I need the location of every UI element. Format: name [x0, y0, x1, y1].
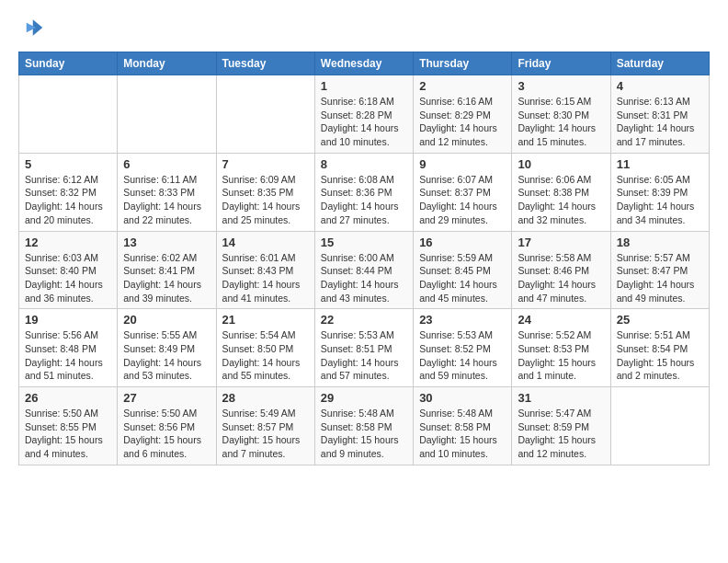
day-info: Sunrise: 6:15 AMSunset: 8:30 PMDaylight:…: [518, 95, 604, 149]
calendar-cell: 29Sunrise: 5:48 AMSunset: 8:58 PMDayligh…: [314, 387, 413, 465]
day-number: 19: [25, 313, 111, 327]
calendar-cell: 31Sunrise: 5:47 AMSunset: 8:59 PMDayligh…: [512, 387, 610, 465]
logo: [18, 15, 48, 40]
day-number: 24: [518, 313, 604, 327]
day-number: 17: [518, 236, 604, 249]
day-info: Sunrise: 5:50 AMSunset: 8:55 PMDaylight:…: [25, 407, 111, 461]
day-info: Sunrise: 6:11 AMSunset: 8:33 PMDaylight:…: [123, 173, 210, 227]
day-number: 3: [518, 79, 604, 93]
calendar-cell: [216, 75, 314, 154]
calendar-cell: 13Sunrise: 6:02 AMSunset: 8:41 PMDayligh…: [118, 231, 216, 309]
logo-icon: [18, 15, 44, 40]
calendar-cell: 25Sunrise: 5:51 AMSunset: 8:54 PMDayligh…: [610, 309, 709, 387]
day-info: Sunrise: 6:05 AMSunset: 8:39 PMDaylight:…: [617, 173, 703, 227]
calendar-cell: 9Sunrise: 6:07 AMSunset: 8:37 PMDaylight…: [414, 153, 512, 231]
day-number: 29: [321, 391, 407, 405]
calendar-cell: 19Sunrise: 5:56 AMSunset: 8:48 PMDayligh…: [19, 309, 118, 387]
calendar-cell: 23Sunrise: 5:53 AMSunset: 8:52 PMDayligh…: [414, 309, 512, 387]
header-cell-friday: Friday: [512, 52, 610, 75]
day-number: 27: [123, 391, 210, 405]
day-info: Sunrise: 5:58 AMSunset: 8:46 PMDaylight:…: [518, 251, 604, 305]
day-info: Sunrise: 6:12 AMSunset: 8:32 PMDaylight:…: [25, 173, 111, 227]
calendar-cell: 4Sunrise: 6:13 AMSunset: 8:31 PMDaylight…: [610, 75, 709, 154]
header-row: SundayMondayTuesdayWednesdayThursdayFrid…: [19, 52, 710, 75]
day-number: 13: [123, 236, 210, 249]
week-row-4: 19Sunrise: 5:56 AMSunset: 8:48 PMDayligh…: [19, 309, 710, 387]
day-info: Sunrise: 5:49 AMSunset: 8:57 PMDaylight:…: [222, 407, 309, 461]
calendar-cell: 26Sunrise: 5:50 AMSunset: 8:55 PMDayligh…: [19, 387, 118, 465]
calendar-body: 1Sunrise: 6:18 AMSunset: 8:28 PMDaylight…: [19, 75, 710, 465]
header-cell-wednesday: Wednesday: [314, 52, 413, 75]
day-number: 16: [419, 236, 506, 249]
calendar-cell: 8Sunrise: 6:08 AMSunset: 8:36 PMDaylight…: [314, 153, 413, 231]
day-info: Sunrise: 5:47 AMSunset: 8:59 PMDaylight:…: [518, 407, 604, 461]
calendar-cell: 17Sunrise: 5:58 AMSunset: 8:46 PMDayligh…: [512, 231, 610, 309]
day-number: 9: [419, 157, 506, 171]
day-number: 21: [222, 313, 309, 327]
day-number: 14: [222, 236, 309, 249]
calendar-table: SundayMondayTuesdayWednesdayThursdayFrid…: [18, 52, 710, 465]
day-info: Sunrise: 6:16 AMSunset: 8:29 PMDaylight:…: [419, 95, 506, 149]
header-cell-thursday: Thursday: [414, 52, 512, 75]
calendar-cell: 21Sunrise: 5:54 AMSunset: 8:50 PMDayligh…: [216, 309, 314, 387]
day-number: 15: [321, 236, 407, 249]
day-number: 11: [617, 157, 703, 171]
day-number: 22: [321, 313, 407, 327]
calendar-cell: [19, 75, 118, 154]
day-info: Sunrise: 5:52 AMSunset: 8:53 PMDaylight:…: [518, 328, 604, 383]
day-info: Sunrise: 6:01 AMSunset: 8:43 PMDaylight:…: [222, 251, 309, 305]
day-info: Sunrise: 5:48 AMSunset: 8:58 PMDaylight:…: [419, 407, 506, 461]
calendar-cell: 10Sunrise: 6:06 AMSunset: 8:38 PMDayligh…: [512, 153, 610, 231]
calendar-cell: [118, 75, 216, 154]
week-row-5: 26Sunrise: 5:50 AMSunset: 8:55 PMDayligh…: [19, 387, 710, 465]
calendar-cell: 12Sunrise: 6:03 AMSunset: 8:40 PMDayligh…: [19, 231, 118, 309]
calendar-cell: 16Sunrise: 5:59 AMSunset: 8:45 PMDayligh…: [414, 231, 512, 309]
calendar-cell: 27Sunrise: 5:50 AMSunset: 8:56 PMDayligh…: [118, 387, 216, 465]
day-info: Sunrise: 5:53 AMSunset: 8:51 PMDaylight:…: [321, 328, 407, 383]
day-info: Sunrise: 5:59 AMSunset: 8:45 PMDaylight:…: [419, 251, 506, 305]
day-number: 6: [123, 157, 210, 171]
day-number: 20: [123, 313, 210, 327]
day-number: 28: [222, 391, 309, 405]
day-number: 10: [518, 157, 604, 171]
day-number: 18: [617, 236, 703, 249]
day-number: 26: [25, 391, 111, 405]
calendar-header: SundayMondayTuesdayWednesdayThursdayFrid…: [19, 52, 710, 75]
calendar-cell: 5Sunrise: 6:12 AMSunset: 8:32 PMDaylight…: [19, 153, 118, 231]
day-info: Sunrise: 6:06 AMSunset: 8:38 PMDaylight:…: [518, 173, 604, 227]
page-header: [18, 15, 710, 40]
day-info: Sunrise: 6:08 AMSunset: 8:36 PMDaylight:…: [321, 173, 407, 227]
day-number: 8: [321, 157, 407, 171]
day-number: 30: [419, 391, 506, 405]
day-info: Sunrise: 5:57 AMSunset: 8:47 PMDaylight:…: [617, 251, 703, 305]
day-info: Sunrise: 5:53 AMSunset: 8:52 PMDaylight:…: [419, 328, 506, 383]
day-info: Sunrise: 6:00 AMSunset: 8:44 PMDaylight:…: [321, 251, 407, 305]
header-cell-saturday: Saturday: [610, 52, 709, 75]
calendar-cell: 30Sunrise: 5:48 AMSunset: 8:58 PMDayligh…: [414, 387, 512, 465]
calendar-cell: 6Sunrise: 6:11 AMSunset: 8:33 PMDaylight…: [118, 153, 216, 231]
day-info: Sunrise: 6:13 AMSunset: 8:31 PMDaylight:…: [617, 95, 703, 149]
calendar-cell: 22Sunrise: 5:53 AMSunset: 8:51 PMDayligh…: [314, 309, 413, 387]
calendar-cell: 3Sunrise: 6:15 AMSunset: 8:30 PMDaylight…: [512, 75, 610, 154]
calendar-cell: 18Sunrise: 5:57 AMSunset: 8:47 PMDayligh…: [610, 231, 709, 309]
calendar-cell: 20Sunrise: 5:55 AMSunset: 8:49 PMDayligh…: [118, 309, 216, 387]
day-info: Sunrise: 5:50 AMSunset: 8:56 PMDaylight:…: [123, 407, 210, 461]
calendar-cell: 2Sunrise: 6:16 AMSunset: 8:29 PMDaylight…: [414, 75, 512, 154]
day-number: 31: [518, 391, 604, 405]
day-info: Sunrise: 5:55 AMSunset: 8:49 PMDaylight:…: [123, 328, 210, 383]
calendar-cell: 28Sunrise: 5:49 AMSunset: 8:57 PMDayligh…: [216, 387, 314, 465]
day-number: 12: [25, 236, 111, 249]
header-cell-tuesday: Tuesday: [216, 52, 314, 75]
day-info: Sunrise: 6:09 AMSunset: 8:35 PMDaylight:…: [222, 173, 309, 227]
calendar-cell: 14Sunrise: 6:01 AMSunset: 8:43 PMDayligh…: [216, 231, 314, 309]
calendar-cell: 7Sunrise: 6:09 AMSunset: 8:35 PMDaylight…: [216, 153, 314, 231]
week-row-2: 5Sunrise: 6:12 AMSunset: 8:32 PMDaylight…: [19, 153, 710, 231]
day-number: 25: [617, 313, 703, 327]
calendar-cell: 1Sunrise: 6:18 AMSunset: 8:28 PMDaylight…: [314, 75, 413, 154]
calendar-cell: 15Sunrise: 6:00 AMSunset: 8:44 PMDayligh…: [314, 231, 413, 309]
header-cell-monday: Monday: [118, 52, 216, 75]
day-number: 7: [222, 157, 309, 171]
day-info: Sunrise: 6:07 AMSunset: 8:37 PMDaylight:…: [419, 173, 506, 227]
day-number: 23: [419, 313, 506, 327]
day-number: 2: [419, 79, 506, 93]
